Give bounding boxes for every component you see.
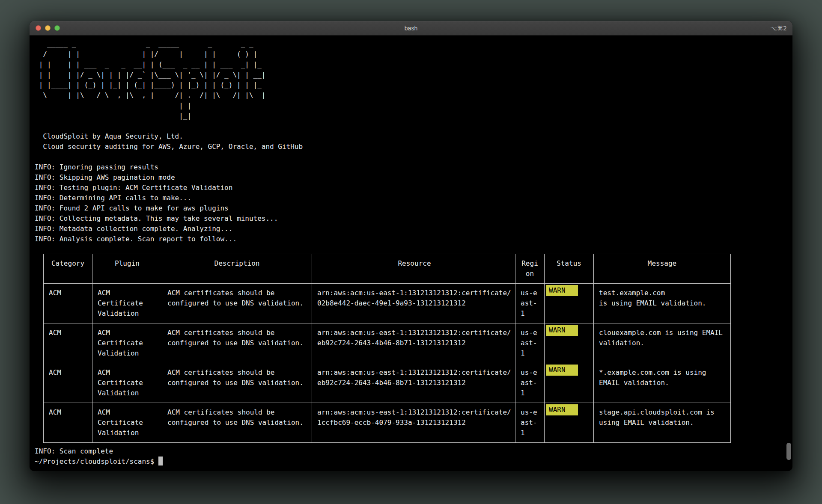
cell-region: us-east-1 bbox=[515, 323, 545, 363]
scrollbar-thumb[interactable] bbox=[786, 443, 791, 460]
cell-plugin: ACM Certificate Validation bbox=[92, 284, 162, 323]
cell-status: WARN bbox=[545, 363, 594, 403]
col-header-resource: Resource bbox=[312, 254, 515, 284]
warn-status-badge: WARN bbox=[546, 285, 578, 296]
prompt-path: ~/Projects/cloudsploit/scans$ bbox=[35, 457, 154, 465]
terminal-window: bash ⌥⌘2 _____ _ _ _____ _ _ _ / ____| |… bbox=[30, 21, 792, 471]
cell-message: *.example.com.com is using EMAIL validat… bbox=[594, 363, 731, 403]
cell-region: us-east-1 bbox=[515, 363, 545, 403]
table-row: ACM ACM Certificate Validation ACM certi… bbox=[44, 403, 731, 443]
cell-region: us-east-1 bbox=[515, 284, 545, 323]
fullscreen-button[interactable] bbox=[54, 25, 60, 31]
cell-description: ACM certificates should be configured to… bbox=[162, 284, 312, 323]
cell-resource: arn:aws:acm:us-east-1:131213121312:certi… bbox=[312, 323, 515, 363]
close-button[interactable] bbox=[36, 25, 41, 31]
cell-description: ACM certificates should be configured to… bbox=[162, 403, 312, 443]
cell-resource: arn:aws:acm:us-east-1:131213121312:certi… bbox=[312, 284, 515, 323]
scan-report-table: Category Plugin Description Resource Reg… bbox=[43, 254, 731, 443]
table-row: ACM ACM Certificate Validation ACM certi… bbox=[44, 284, 731, 323]
traffic-lights bbox=[30, 25, 60, 31]
cloudsploit-taglines: CloudSploit by Aqua Security, Ltd. Cloud… bbox=[35, 131, 787, 152]
cell-description: ACM certificates should be configured to… bbox=[162, 363, 312, 403]
col-header-description: Description bbox=[162, 254, 312, 284]
cell-message: clouexample.com is using EMAIL validatio… bbox=[594, 323, 731, 363]
info-log-lines: INFO: Ignoring passing results INFO: Ski… bbox=[35, 162, 787, 244]
cell-plugin: ACM Certificate Validation bbox=[92, 323, 162, 363]
shell-prompt[interactable]: ~/Projects/cloudsploit/scans$ bbox=[35, 457, 787, 467]
cell-region: us-east-1 bbox=[515, 403, 545, 443]
table-row: ACM ACM Certificate Validation ACM certi… bbox=[44, 323, 731, 363]
cell-message: stage.api.cloudsploit.com is using EMAIL… bbox=[594, 403, 731, 443]
cell-status: WARN bbox=[545, 403, 594, 443]
terminal-body[interactable]: _____ _ _ _____ _ _ _ / ____| | | |/ ___… bbox=[30, 36, 792, 471]
warn-status-badge: WARN bbox=[546, 365, 578, 376]
titlebar[interactable]: bash ⌥⌘2 bbox=[30, 21, 792, 36]
cell-category: ACM bbox=[44, 284, 92, 323]
minimize-button[interactable] bbox=[45, 25, 51, 31]
table-row: ACM ACM Certificate Validation ACM certi… bbox=[44, 363, 731, 403]
cell-resource: arn:aws:acm:us-east-1:131213121312:certi… bbox=[312, 403, 515, 443]
cell-category: ACM bbox=[44, 363, 92, 403]
scan-complete-line: INFO: Scan complete bbox=[35, 446, 787, 457]
cell-plugin: ACM Certificate Validation bbox=[92, 403, 162, 443]
warn-status-badge: WARN bbox=[546, 404, 578, 415]
cell-status: WARN bbox=[545, 284, 594, 323]
col-header-status: Status bbox=[545, 254, 594, 284]
col-header-plugin: Plugin bbox=[92, 254, 162, 284]
keyboard-shortcut-hint: ⌥⌘2 bbox=[770, 25, 792, 32]
cell-plugin: ACM Certificate Validation bbox=[92, 363, 162, 403]
cell-status: WARN bbox=[545, 323, 594, 363]
col-header-message: Message bbox=[594, 254, 731, 284]
cell-category: ACM bbox=[44, 323, 92, 363]
col-header-category: Category bbox=[44, 254, 92, 284]
cell-resource: arn:aws:acm:us-east-1:131213121312:certi… bbox=[312, 363, 515, 403]
cell-category: ACM bbox=[44, 403, 92, 443]
table-header-row: Category Plugin Description Resource Reg… bbox=[44, 254, 731, 284]
col-header-region: Region bbox=[515, 254, 545, 284]
warn-status-badge: WARN bbox=[546, 325, 578, 336]
cell-description: ACM certificates should be configured to… bbox=[162, 323, 312, 363]
window-title: bash bbox=[30, 25, 792, 32]
terminal-cursor bbox=[158, 457, 163, 465]
cell-message: test.example.com is using EMAIL validati… bbox=[594, 284, 731, 323]
cloudsploit-ascii-logo: _____ _ _ _____ _ _ _ / ____| | | |/ ___… bbox=[35, 39, 787, 121]
